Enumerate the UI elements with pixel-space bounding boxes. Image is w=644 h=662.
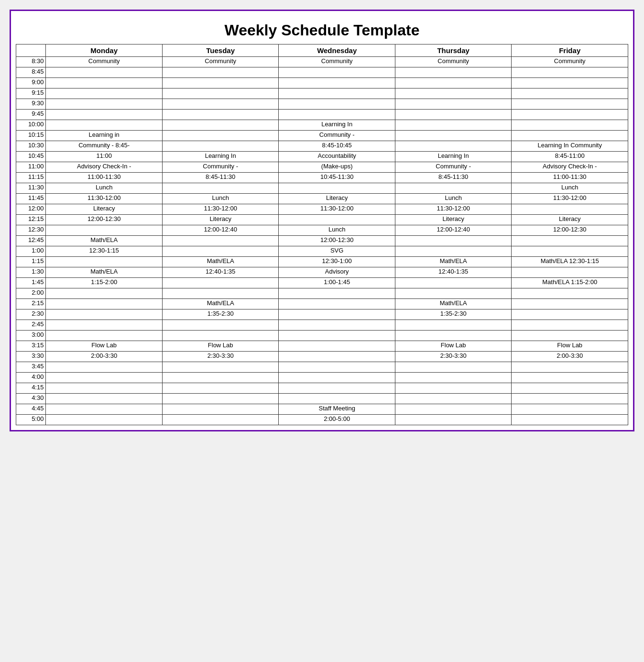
time-cell: 8:30 [16, 57, 46, 67]
cell-friday-15: Literacy [512, 215, 628, 225]
cell-monday-9: 11:00 [46, 152, 163, 162]
cell-thursday-13: Lunch [395, 194, 512, 204]
time-cell: 1:00 [16, 246, 46, 257]
cell-thursday-4 [395, 99, 512, 110]
cell-thursday-30 [395, 373, 512, 383]
cell-tuesday-33 [162, 404, 279, 415]
cell-wednesday-17: 12:00-12:30 [279, 236, 395, 246]
content-thursday-11: 8:45-11:30 [397, 173, 510, 181]
content-friday-21: Math/ELA 1:15-2:00 [513, 278, 626, 287]
cell-tuesday-26 [162, 331, 279, 341]
content-friday-9: 8:45-11:00 [513, 152, 626, 160]
cell-friday-18 [512, 246, 628, 257]
cell-friday-33 [512, 404, 628, 415]
cell-thursday-34 [395, 415, 512, 425]
cell-monday-29 [46, 362, 163, 373]
time-cell: 2:30 [16, 309, 46, 320]
cell-tuesday-20: 12:40-1:35 [162, 267, 279, 278]
time-cell: 10:00 [16, 120, 46, 131]
cell-monday-18: 12:30-1:15 [46, 246, 163, 257]
content-wednesday-14: 11:30-12:00 [281, 205, 393, 213]
time-cell: 8:45 [16, 67, 46, 78]
cell-friday-1 [512, 67, 628, 78]
cell-wednesday-7: Community - [279, 131, 395, 141]
cell-friday-34 [512, 415, 628, 425]
cell-tuesday-34 [162, 415, 279, 425]
cell-thursday-11: 8:45-11:30 [395, 173, 512, 183]
cell-friday-14 [512, 204, 628, 215]
content-wednesday-7: Community - [281, 131, 393, 139]
content-wednesday-9: Accountability [281, 152, 393, 160]
content-monday-14: Literacy [48, 205, 160, 213]
cell-friday-24 [512, 309, 628, 320]
content-friday-8: Learning In Community [513, 142, 626, 150]
time-cell: 5:00 [16, 415, 46, 425]
content-monday-11: 11:00-11:30 [48, 173, 160, 181]
cell-wednesday-28 [279, 352, 395, 362]
cell-tuesday-28: 2:30-3:30 [162, 352, 279, 362]
cell-thursday-20: 12:40-1:35 [395, 267, 512, 278]
cell-wednesday-24 [279, 309, 395, 320]
content-friday-10: Advisory Check-In - [513, 163, 626, 171]
cell-tuesday-25 [162, 320, 279, 331]
cell-thursday-9: Learning In [395, 152, 512, 162]
content-tuesday-19: Math/ELA [164, 257, 277, 265]
cell-monday-4 [46, 99, 163, 110]
cell-friday-3 [512, 88, 628, 99]
cell-monday-32 [46, 394, 163, 404]
cell-friday-7 [512, 131, 628, 141]
cell-monday-16 [46, 225, 163, 236]
cell-thursday-15: Literacy [395, 215, 512, 225]
content-friday-13: 11:30-12:00 [513, 194, 626, 202]
content-thursday-28: 2:30-3:30 [397, 352, 510, 360]
time-cell: 3:45 [16, 362, 46, 373]
content-tuesday-11: 8:45-11:30 [164, 173, 277, 181]
content-wednesday-33: Staff Meeting [281, 405, 393, 413]
cell-monday-26 [46, 331, 163, 341]
cell-thursday-16: 12:00-12:40 [395, 225, 512, 236]
cell-wednesday-0: Community [279, 57, 395, 67]
cell-tuesday-1 [162, 67, 279, 78]
cell-thursday-12 [395, 183, 512, 194]
content-tuesday-27: Flow Lab [164, 342, 277, 350]
cell-tuesday-11: 8:45-11:30 [162, 173, 279, 183]
cell-thursday-23: Math/ELA [395, 299, 512, 309]
cell-thursday-19: Math/ELA [395, 257, 512, 267]
cell-monday-31 [46, 383, 163, 394]
cell-wednesday-21: 1:00-1:45 [279, 278, 395, 288]
cell-wednesday-10: (Make-ups) [279, 162, 395, 173]
content-tuesday-24: 1:35-2:30 [164, 310, 277, 318]
cell-monday-17: Math/ELA [46, 236, 163, 246]
cell-wednesday-14: 11:30-12:00 [279, 204, 395, 215]
cell-tuesday-17 [162, 236, 279, 246]
content-wednesday-21: 1:00-1:45 [281, 278, 393, 287]
cell-tuesday-4 [162, 99, 279, 110]
cell-wednesday-8: 8:45-10:45 [279, 141, 395, 152]
content-wednesday-20: Advisory [281, 268, 393, 276]
content-wednesday-11: 10:45-11:30 [281, 173, 393, 181]
cell-thursday-29 [395, 362, 512, 373]
cell-thursday-17 [395, 236, 512, 246]
cell-wednesday-12 [279, 183, 395, 194]
time-cell: 3:15 [16, 341, 46, 352]
time-cell: 1:15 [16, 257, 46, 267]
time-cell: 1:45 [16, 278, 46, 288]
cell-wednesday-33: Staff Meeting [279, 404, 395, 415]
time-cell: 12:30 [16, 225, 46, 236]
cell-friday-6 [512, 120, 628, 131]
content-thursday-14: 11:30-12:00 [397, 205, 510, 213]
cell-tuesday-19: Math/ELA [162, 257, 279, 267]
cell-tuesday-31 [162, 383, 279, 394]
cell-wednesday-23 [279, 299, 395, 309]
cell-tuesday-8 [162, 141, 279, 152]
content-monday-8: Community - 8:45- [48, 142, 160, 150]
cell-thursday-18 [395, 246, 512, 257]
header-friday: Friday [512, 44, 628, 57]
content-thursday-10: Community - [397, 163, 510, 171]
content-monday-9: 11:00 [48, 152, 160, 160]
cell-wednesday-30 [279, 373, 395, 383]
time-cell: 12:15 [16, 215, 46, 225]
cell-monday-21: 1:15-2:00 [46, 278, 163, 288]
content-friday-19: Math/ELA 12:30-1:15 [513, 257, 626, 265]
cell-tuesday-23: Math/ELA [162, 299, 279, 309]
